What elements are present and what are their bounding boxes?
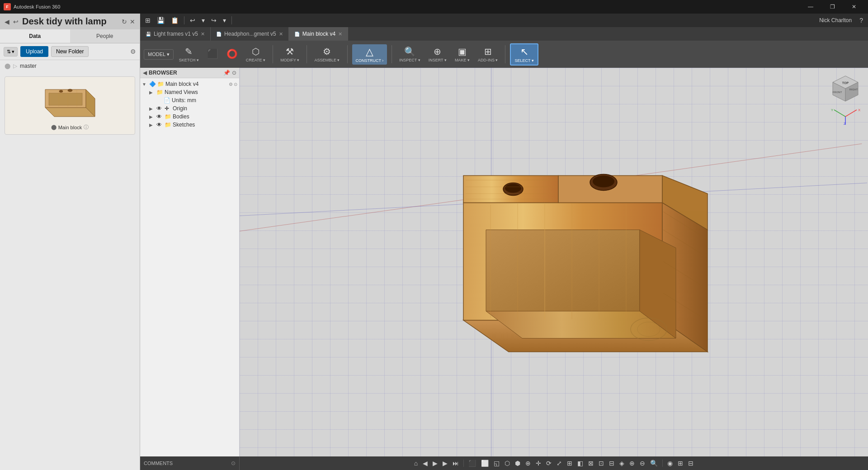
close-button[interactable]: ✕ [844, 0, 864, 14]
addins-group[interactable]: ⊞ ADD-INS ▾ [475, 46, 501, 62]
vp-tool-6[interactable]: ⊕ [524, 459, 533, 468]
grid-icon[interactable]: ⊞ [143, 15, 153, 25]
doc-tab-headphone[interactable]: 📄 Headphon...gment v5 ✕ [211, 27, 289, 41]
extrude-group[interactable]: ⬛ [204, 48, 221, 60]
origin-vis-icon[interactable]: 👁 [156, 105, 164, 112]
browser-units[interactable]: 📄 Units: mm [140, 96, 239, 104]
modify-group[interactable]: ⚒ MODIFY ▾ [278, 46, 302, 62]
redo-icon[interactable]: ↪ [209, 15, 219, 25]
vp-tool-3[interactable]: ◱ [492, 459, 501, 468]
make-group[interactable]: ▣ MAKE ▾ [452, 46, 472, 62]
assemble-group[interactable]: ⚙ ASSEMBLE ▾ [311, 46, 342, 62]
vp-display-1[interactable]: ◉ [665, 459, 675, 468]
browser-origin[interactable]: ▶ 👁 ✛ Origin [140, 104, 239, 113]
inspect-group[interactable]: 🔍 INSPECT ▾ [396, 46, 423, 62]
vp-tool-8[interactable]: ⟳ [544, 459, 553, 468]
viewport-controls: ⌂ ◀ ▶ ▶ ⏭ ⬛ ⬜ ◱ ⬡ ⬢ ⊕ ✛ ⟳ ⤢ ⊞ ◧ ⊠ ⊡ ⊟ [240, 459, 868, 468]
browser-named-views[interactable]: ▶ 📁 Named Views [140, 88, 239, 96]
named-views-expand: ▶ [149, 90, 156, 95]
redo-dropdown-icon[interactable]: ▾ [221, 15, 228, 25]
browser-pin[interactable]: 📌 [223, 70, 230, 76]
nav-back-icon[interactable]: ◀ [421, 459, 429, 468]
people-tab[interactable]: People [70, 29, 140, 43]
vp-display-2[interactable]: ⊞ [676, 459, 685, 468]
vp-tool-16[interactable]: ⊕ [627, 459, 637, 468]
minimize-button[interactable]: — [800, 0, 821, 14]
vp-tool-15[interactable]: ◈ [618, 459, 626, 468]
sketch-group[interactable]: ✎ SKETCH ▾ [176, 46, 202, 62]
vp-tool-7[interactable]: ✛ [534, 459, 543, 468]
extrude-icon: ⬛ [207, 48, 218, 59]
sync-icon[interactable]: ↻ [122, 18, 127, 25]
comments-section: COMMENTS ⊙ [140, 456, 240, 470]
help-icon[interactable]: ? [857, 15, 865, 25]
vp-tool-18[interactable]: 🔍 [648, 459, 660, 468]
comments-expand-icon[interactable]: ⊙ [231, 460, 236, 466]
vp-display-3[interactable]: ⊟ [686, 459, 695, 468]
header-close-icon[interactable]: ✕ [130, 18, 135, 25]
select-icon: ↖ [520, 46, 528, 58]
create-group[interactable]: ⬡ CREATE ▾ [243, 46, 268, 62]
doc-tab-light-frames[interactable]: 💾 Light frames v1 v5 ✕ [140, 27, 211, 41]
browser-sketches[interactable]: ▶ 👁 📁 Sketches [140, 121, 239, 129]
browser-close[interactable]: ⊙ [232, 70, 236, 76]
save-icon[interactable]: 💾 [155, 15, 167, 25]
undo-icon[interactable]: ↩ [188, 15, 198, 25]
vp-tool-14[interactable]: ⊟ [607, 459, 616, 468]
save-as-icon[interactable]: 📋 [169, 15, 181, 25]
nav-end-icon[interactable]: ⏭ [451, 459, 461, 468]
construct-button[interactable]: △ CONSTRUCT › [352, 44, 387, 65]
vp-tool-5[interactable]: ⬢ [513, 459, 522, 468]
select-button[interactable]: ↖ SELECT ▾ [510, 43, 538, 66]
vp-tool-17[interactable]: ⊖ [638, 459, 647, 468]
info-icon[interactable]: ⓘ [84, 124, 89, 131]
vp-tool-13[interactable]: ⊡ [597, 459, 606, 468]
restore-button[interactable]: ❐ [822, 0, 843, 14]
undo-icon[interactable]: ↩ [13, 18, 19, 25]
inspect-label: INSPECT ▾ [399, 58, 420, 62]
nav-fwd-icon[interactable]: ▶ [441, 459, 449, 468]
doc-tab-main-block[interactable]: 📄 Main block v4 ✕ [289, 27, 348, 41]
assemble-label: ASSEMBLE ▾ [314, 58, 340, 62]
vp-tool-11[interactable]: ◧ [576, 459, 585, 468]
bodies-vis-icon[interactable]: 👁 [156, 113, 164, 120]
vp-tool-12[interactable]: ⊠ [586, 459, 595, 468]
named-views-icon: 📁 [156, 89, 164, 95]
app-title: Autodesk Fusion 360 [14, 4, 800, 9]
insert-group[interactable]: ⊕ INSERT ▾ [426, 46, 449, 62]
root-settings-icon[interactable]: ⚙ [229, 82, 233, 87]
thumbnail-card[interactable]: ⬤ Main block ⓘ [5, 76, 135, 135]
vp-tool-4[interactable]: ⬡ [503, 459, 512, 468]
modify-label: MODIFY ▾ [280, 58, 299, 62]
nav-play-icon[interactable]: ▶ [431, 459, 439, 468]
back-button[interactable]: ◀ [5, 18, 9, 25]
browser-root[interactable]: ▼ 🔷 📁 Main block v4 ⚙ ⊙ [140, 80, 239, 88]
new-folder-button[interactable]: New Folder [51, 46, 89, 57]
vp-tool-10[interactable]: ⊞ [565, 459, 574, 468]
tab-close-3[interactable]: ✕ [338, 31, 342, 37]
upload-button[interactable]: Upload [20, 46, 48, 57]
model-dropdown[interactable]: MODEL ▾ [144, 49, 174, 60]
viewcube[interactable]: TOP FRONT RIGHT X Y Z [827, 72, 863, 108]
undo-dropdown-icon[interactable]: ▾ [199, 15, 207, 25]
3d-viewport[interactable]: TOP FRONT RIGHT X Y Z [240, 68, 868, 456]
root-dot-icon[interactable]: ⊙ [234, 82, 237, 87]
browser-tree: ▼ 🔷 📁 Main block v4 ⚙ ⊙ ▶ 📁 Named Vie [140, 78, 239, 456]
browser-toggle[interactable]: ◀ [143, 70, 147, 76]
sketches-vis-icon[interactable]: 👁 [156, 122, 164, 128]
vp-tool-1[interactable]: ⬛ [467, 459, 478, 468]
3d-model [427, 149, 744, 376]
revolve-group[interactable]: ⭕ [224, 48, 241, 60]
settings-icon[interactable]: ⚙ [130, 48, 136, 55]
browser-bodies[interactable]: ▶ 👁 📁 Bodies [140, 113, 239, 121]
vp-tool-2[interactable]: ⬜ [479, 459, 491, 468]
vp-tool-9[interactable]: ⤢ [555, 459, 564, 468]
tab-close-1[interactable]: ✕ [201, 31, 205, 37]
sort-button[interactable]: ⇅ ▾ [4, 47, 18, 56]
sketch-icon: ✎ [185, 46, 193, 57]
data-tab[interactable]: Data [0, 29, 70, 43]
model-name: Main block [58, 125, 82, 130]
left-tabs: Data People [0, 29, 140, 43]
tab-close-2[interactable]: ✕ [279, 31, 283, 37]
nav-home-icon[interactable]: ⌂ [412, 459, 420, 468]
